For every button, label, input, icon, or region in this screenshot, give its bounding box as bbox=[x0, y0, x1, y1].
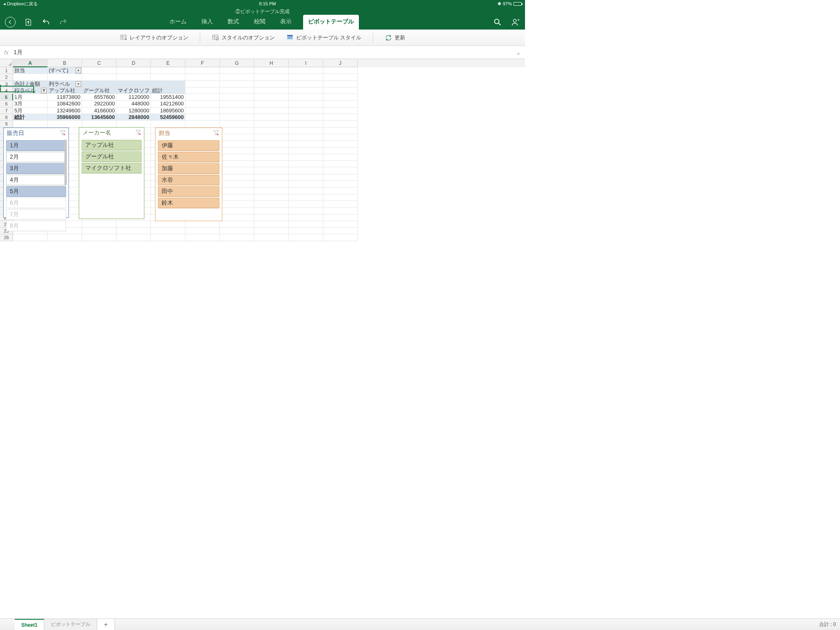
cell[interactable]: 18695600 bbox=[151, 107, 185, 114]
cell[interactable] bbox=[220, 107, 254, 114]
cell[interactable] bbox=[323, 215, 358, 221]
cell[interactable] bbox=[220, 181, 254, 187]
cell[interactable] bbox=[254, 167, 289, 174]
search-icon[interactable] bbox=[493, 18, 502, 27]
cell[interactable] bbox=[185, 94, 220, 100]
filter-icon[interactable] bbox=[41, 88, 47, 94]
scrollbar[interactable] bbox=[64, 139, 68, 216]
col-header[interactable]: G bbox=[220, 59, 254, 67]
row-header[interactable]: 5 bbox=[0, 94, 13, 100]
cell[interactable] bbox=[82, 81, 116, 87]
cell[interactable]: 5月 bbox=[13, 107, 48, 114]
col-header[interactable]: J bbox=[323, 59, 358, 67]
cell[interactable] bbox=[220, 87, 254, 94]
cell[interactable] bbox=[116, 67, 151, 74]
cell[interactable] bbox=[48, 234, 82, 241]
col-header[interactable]: A bbox=[13, 59, 48, 67]
cell[interactable] bbox=[185, 114, 220, 121]
cell[interactable] bbox=[254, 161, 289, 167]
row-header[interactable]: 4 bbox=[0, 87, 13, 94]
cell[interactable] bbox=[323, 121, 358, 127]
cell[interactable] bbox=[323, 154, 358, 161]
cell[interactable] bbox=[323, 107, 358, 114]
cell[interactable] bbox=[254, 81, 289, 87]
cell[interactable] bbox=[82, 234, 116, 241]
cell[interactable] bbox=[323, 228, 358, 234]
cell[interactable] bbox=[220, 67, 254, 74]
cell[interactable] bbox=[323, 234, 358, 241]
slicer-item[interactable]: マイクロソフト社 bbox=[82, 163, 142, 173]
slicer-item[interactable]: 佐々木 bbox=[158, 152, 219, 162]
cell[interactable] bbox=[323, 134, 358, 141]
cell[interactable] bbox=[289, 100, 323, 107]
cell[interactable]: 1120000 bbox=[116, 94, 151, 100]
cell[interactable] bbox=[323, 167, 358, 174]
col-header[interactable]: H bbox=[254, 59, 289, 67]
cell[interactable] bbox=[323, 181, 358, 187]
slicer-item[interactable]: アップル社 bbox=[82, 140, 142, 151]
slicer-date[interactable]: 販売日 1月2月3月4月5月6月7月8月 bbox=[3, 128, 69, 218]
cell[interactable] bbox=[323, 187, 358, 194]
cell[interactable] bbox=[289, 148, 323, 154]
cell[interactable] bbox=[116, 221, 151, 228]
cell[interactable] bbox=[220, 228, 254, 234]
clear-filter-icon[interactable] bbox=[59, 130, 66, 136]
cell[interactable] bbox=[254, 134, 289, 141]
cell[interactable] bbox=[185, 221, 220, 228]
cell[interactable] bbox=[220, 100, 254, 107]
share-user-icon[interactable] bbox=[511, 18, 520, 27]
cell[interactable]: 行ラベル bbox=[13, 87, 48, 94]
cell[interactable] bbox=[151, 81, 185, 87]
cell[interactable] bbox=[254, 201, 289, 208]
cell[interactable] bbox=[323, 128, 358, 134]
cell[interactable] bbox=[289, 94, 323, 100]
back-to-app[interactable]: ◂ Dropboxに戻る bbox=[3, 1, 38, 7]
cell[interactable] bbox=[289, 181, 323, 187]
cell[interactable] bbox=[13, 234, 48, 241]
cell[interactable] bbox=[254, 208, 289, 214]
cell[interactable] bbox=[323, 141, 358, 147]
cell[interactable] bbox=[116, 81, 151, 87]
cell[interactable] bbox=[289, 128, 323, 134]
cell[interactable] bbox=[185, 228, 220, 234]
col-header[interactable]: B bbox=[48, 59, 82, 67]
cell[interactable] bbox=[323, 148, 358, 154]
cell[interactable] bbox=[289, 234, 323, 241]
cell[interactable] bbox=[254, 87, 289, 94]
cell[interactable] bbox=[151, 121, 185, 127]
col-header[interactable]: D bbox=[116, 59, 151, 67]
cell[interactable] bbox=[185, 107, 220, 114]
layout-options-button[interactable]: レイアウトのオプション bbox=[120, 34, 188, 41]
cell[interactable] bbox=[323, 208, 358, 214]
cell[interactable] bbox=[289, 161, 323, 167]
cell[interactable] bbox=[254, 174, 289, 181]
cell[interactable]: 2922000 bbox=[82, 100, 116, 107]
cell[interactable] bbox=[220, 114, 254, 121]
tab-insert[interactable]: 挿入 bbox=[198, 16, 216, 30]
cell[interactable]: 10842600 bbox=[48, 100, 82, 107]
cell[interactable] bbox=[220, 134, 254, 141]
cell[interactable]: アップル社 bbox=[48, 87, 82, 94]
dropdown-icon[interactable]: ▾ bbox=[75, 81, 81, 87]
tab-formulas[interactable]: 数式 bbox=[224, 16, 242, 30]
slicer-item[interactable]: 1月 bbox=[6, 140, 66, 151]
cell[interactable] bbox=[151, 234, 185, 241]
cell[interactable] bbox=[254, 94, 289, 100]
cell[interactable]: 担当 bbox=[13, 67, 48, 74]
cell[interactable] bbox=[289, 107, 323, 114]
cell[interactable]: 総計 bbox=[151, 87, 185, 94]
formula-bar[interactable]: fx 1月 ⌄ bbox=[0, 46, 525, 59]
cell[interactable] bbox=[116, 228, 151, 234]
cell[interactable] bbox=[220, 187, 254, 194]
sheet-grid[interactable]: ABCDEFGHIJ 12345678910111213141516171819… bbox=[0, 59, 525, 382]
cell[interactable]: 4166000 bbox=[82, 107, 116, 114]
row-header[interactable]: 7 bbox=[0, 107, 13, 114]
cell[interactable]: マイクロソフト社 bbox=[116, 87, 151, 94]
row-header[interactable]: 1 bbox=[0, 67, 13, 74]
cell[interactable] bbox=[289, 221, 323, 228]
cell[interactable] bbox=[116, 234, 151, 241]
cell[interactable] bbox=[289, 141, 323, 147]
cell[interactable] bbox=[254, 154, 289, 161]
redo-icon[interactable] bbox=[59, 18, 67, 26]
cell[interactable] bbox=[323, 94, 358, 100]
